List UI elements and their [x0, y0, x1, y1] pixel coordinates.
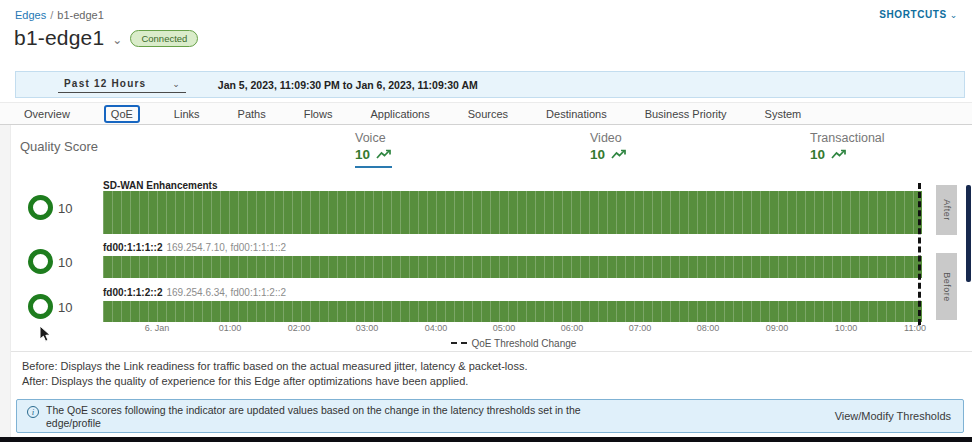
- x-tick: 03:00: [356, 323, 379, 333]
- qoe-score-value: 10: [58, 255, 72, 270]
- banner-text-line1: The QoE scores following the indicator a…: [46, 404, 581, 416]
- qoe-score-ring: [28, 195, 53, 220]
- x-tick: 01:00: [219, 323, 242, 333]
- banner-text: The QoE scores following the indicator a…: [46, 404, 581, 430]
- x-tick: 07:00: [629, 323, 652, 333]
- tab-flows[interactable]: Flows: [300, 106, 337, 122]
- breadcrumb-current: b1-edge1: [57, 9, 104, 21]
- edge-selector-chevron-icon[interactable]: ⌄: [112, 33, 122, 47]
- metric-transactional-label: Transactional: [810, 131, 885, 145]
- qoe-bar-link1: [103, 256, 922, 278]
- shortcuts-label: SHORTCUTS: [879, 9, 947, 20]
- dashed-line-icon: [461, 342, 467, 344]
- breadcrumb-separator: /: [50, 9, 53, 21]
- before-side-label: Before: [936, 253, 957, 320]
- status-badge: Connected: [130, 30, 198, 47]
- time-range-dates: Jan 5, 2023, 11:09:30 PM to Jan 6, 2023,…: [218, 79, 478, 91]
- qoe-row-label-detail: 169.254.7.10, fd00:1:1:1::2: [166, 242, 286, 253]
- metric-video-label: Video: [590, 131, 627, 145]
- x-tick: 11:00: [904, 323, 926, 333]
- view-modify-thresholds-link[interactable]: View/Modify Thresholds: [835, 410, 951, 422]
- tab-paths[interactable]: Paths: [234, 106, 270, 122]
- time-range-value: Past 12 Hours: [64, 78, 146, 89]
- tab-qoe[interactable]: QoE: [104, 105, 140, 123]
- qoe-bar-link2: [103, 301, 922, 322]
- chevron-down-icon: ⌄: [950, 10, 958, 20]
- qoe-score-ring: [28, 249, 53, 274]
- mouse-cursor: [39, 325, 52, 343]
- tab-sources[interactable]: Sources: [464, 106, 512, 122]
- tab-business-priority[interactable]: Business Priority: [641, 106, 731, 122]
- info-banner: i The QoE scores following the indicator…: [16, 399, 964, 433]
- time-range-select[interactable]: Past 12 Hours ⌄: [58, 76, 186, 93]
- shortcuts-menu[interactable]: SHORTCUTS⌄: [879, 9, 958, 20]
- qoe-bar-sdwan-enhancements: [103, 191, 922, 234]
- before-after-descriptions: Before: Displays the Link readiness for …: [22, 359, 527, 389]
- trend-up-icon: [831, 149, 847, 160]
- before-description: Before: Displays the Link readiness for …: [22, 359, 527, 374]
- info-icon: i: [27, 406, 39, 418]
- tab-overview[interactable]: Overview: [20, 106, 74, 122]
- x-tick: 04:00: [425, 323, 448, 333]
- trend-up-icon: [376, 149, 392, 160]
- breadcrumb-edges-link[interactable]: Edges: [15, 9, 46, 21]
- tab-applications[interactable]: Applications: [366, 106, 433, 122]
- after-description: After: Displays the quality of experienc…: [22, 374, 527, 389]
- metric-voice[interactable]: Voice 10: [355, 131, 392, 168]
- x-tick: 08:00: [697, 323, 720, 333]
- tab-system[interactable]: System: [761, 106, 806, 122]
- qoe-row-label: fd00:1:1:2::2169.254.6.34, fd00:1:1:2::2: [103, 287, 286, 298]
- qoe-row-label-bold: SD-WAN Enhancements: [103, 180, 217, 191]
- qoe-threshold-change-line: [918, 183, 921, 325]
- qoe-score-value: 10: [58, 300, 72, 315]
- qoe-score-ring: [28, 294, 53, 319]
- page-title: b1-edge1: [14, 26, 104, 50]
- banner-text-line2: edge/profile: [46, 417, 101, 429]
- x-tick: 6. Jan: [145, 323, 170, 333]
- metric-video-value: 10: [590, 147, 605, 162]
- x-tick: 02:00: [288, 323, 311, 333]
- time-range-bar: Past 12 Hours ⌄ Jan 5, 2023, 11:09:30 PM…: [15, 71, 965, 98]
- qoe-page: Edges/b1-edge1 SHORTCUTS⌄ b1-edge1 ⌄ Con…: [0, 0, 972, 445]
- tab-bar: Overview QoE Links Paths Flows Applicati…: [0, 102, 972, 125]
- metric-transactional[interactable]: Transactional 10: [810, 131, 885, 166]
- title-row: b1-edge1 ⌄ Connected: [14, 26, 198, 50]
- qoe-row-label-bold: fd00:1:1:1::2: [103, 242, 162, 253]
- metric-video[interactable]: Video 10: [590, 131, 627, 166]
- tab-destinations[interactable]: Destinations: [542, 106, 611, 122]
- x-tick: 06:00: [561, 323, 584, 333]
- qoe-row-label: SD-WAN Enhancements: [103, 180, 221, 191]
- metric-voice-value: 10: [355, 147, 370, 162]
- x-axis: 6. Jan 01:00 02:00 03:00 04:00 05:00 06:…: [103, 323, 930, 335]
- metric-transactional-value: 10: [810, 147, 825, 162]
- window-bottom-strip: [0, 437, 972, 442]
- qoe-row-label-detail: 169.254.6.34, fd00:1:1:2::2: [166, 287, 286, 298]
- legend-label: QoE Threshold Change: [471, 338, 576, 349]
- metric-voice-label: Voice: [355, 131, 392, 145]
- vertical-scrollbar-thumb[interactable]: [966, 185, 971, 282]
- x-tick: 10:00: [835, 323, 858, 333]
- trend-up-icon: [611, 149, 627, 160]
- qoe-panel: Quality Score Voice 10 Video 10 Transact…: [0, 125, 972, 352]
- qoe-score-value: 10: [58, 201, 72, 216]
- dashed-line-icon: [451, 342, 457, 344]
- chevron-down-icon: ⌄: [172, 79, 180, 89]
- quality-score-label: Quality Score: [20, 139, 98, 154]
- after-side-label: After: [936, 185, 957, 235]
- qoe-row-label: fd00:1:1:1::2169.254.7.10, fd00:1:1:1::2: [103, 242, 286, 253]
- tab-links[interactable]: Links: [170, 106, 204, 122]
- left-gutter: [0, 125, 11, 437]
- chart-legend: QoE Threshold Change: [103, 338, 922, 349]
- x-tick: 09:00: [766, 323, 789, 333]
- breadcrumb: Edges/b1-edge1: [15, 9, 104, 21]
- x-tick: 05:00: [493, 323, 516, 333]
- qoe-row-label-bold: fd00:1:1:2::2: [103, 287, 162, 298]
